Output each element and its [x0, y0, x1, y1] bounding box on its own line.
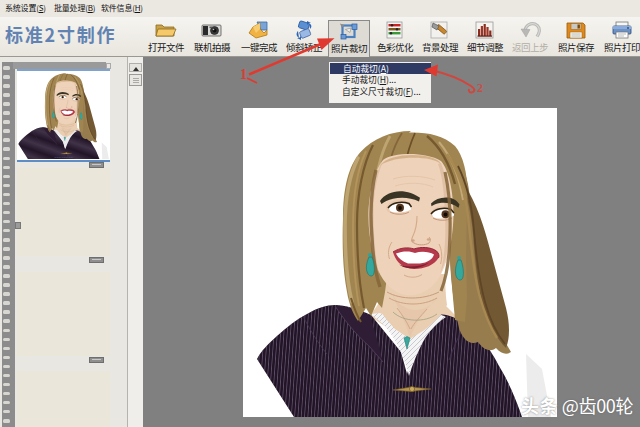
- svg-text:2: 2: [477, 81, 483, 95]
